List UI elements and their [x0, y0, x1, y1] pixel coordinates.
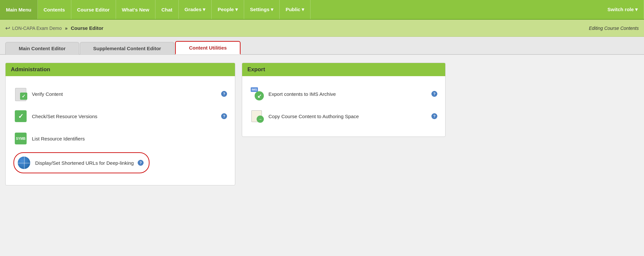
globe-icon	[18, 157, 30, 169]
symb-icon: SYMB	[15, 133, 27, 144]
verify-content-item[interactable]: ✓ Verify Content ?	[11, 83, 230, 105]
nav-course-editor[interactable]: Course Editor	[71, 0, 116, 19]
display-shortened-urls-wrapper: Display/Set Shortened URLs for Deep-link…	[11, 150, 230, 176]
verify-content-help-icon[interactable]: ?	[221, 91, 227, 97]
nav-chat[interactable]: Chat	[155, 0, 178, 19]
nav-settings[interactable]: Settings ▾	[244, 0, 280, 19]
copy-course-content-icon: →	[250, 109, 264, 123]
nav-grades[interactable]: Grades ▾	[179, 0, 212, 19]
breadcrumb-bar: ↩ LON-CAPA Exam Demo » Course Editor Edi…	[0, 20, 644, 37]
top-navigation: Main Menu Contents Course Editor What's …	[0, 0, 644, 20]
display-shortened-urls-label[interactable]: Display/Set Shortened URLs for Deep-link…	[35, 160, 134, 166]
verify-content-icon: ✓	[13, 87, 28, 101]
check-resource-versions-label: Check/Set Resource Versions	[32, 114, 217, 119]
list-resource-identifiers-icon: SYMB	[13, 131, 28, 146]
export-ims-label: Export contents to IMS Archive	[268, 91, 427, 97]
nav-switch-role[interactable]: Switch role ▾	[602, 0, 644, 19]
breadcrumb-status: Editing Course Contents	[589, 26, 639, 31]
breadcrumb-home[interactable]: LON-CAPA Exam Demo	[12, 26, 62, 31]
breadcrumb-separator: »	[65, 26, 68, 31]
export-ims-icon: IMS ↙	[250, 87, 264, 101]
breadcrumb: ↩ LON-CAPA Exam Demo » Course Editor	[5, 25, 104, 32]
export-header: Export	[242, 63, 445, 76]
copy-course-content-item[interactable]: → Copy Course Content to Authoring Space…	[247, 105, 440, 127]
display-shortened-urls-icon	[17, 156, 31, 170]
administration-header: Administration	[6, 63, 235, 76]
copy-course-content-help-icon[interactable]: ?	[431, 113, 437, 119]
verify-content-label: Verify Content	[32, 91, 217, 97]
export-body: IMS ↙ Export contents to IMS Archive ? →…	[242, 76, 445, 137]
copy-course-content-label: Copy Course Content to Authoring Space	[268, 114, 427, 119]
tab-supplemental-content-editor[interactable]: Supplemental Content Editor	[80, 42, 175, 54]
export-ims-item[interactable]: IMS ↙ Export contents to IMS Archive ?	[247, 83, 440, 105]
check-resource-versions-icon: ✓	[13, 109, 28, 123]
tabs-bar: Main Content Editor Supplemental Content…	[0, 37, 644, 55]
green-check-icon: ✓	[15, 110, 27, 122]
check-resource-versions-help-icon[interactable]: ?	[221, 113, 227, 119]
display-shortened-urls-help-icon[interactable]: ?	[138, 160, 144, 166]
copy-arrow-icon: →	[257, 116, 264, 123]
nav-main-menu[interactable]: Main Menu	[0, 0, 38, 19]
tab-content-utilities[interactable]: Content Utilities	[175, 41, 241, 54]
nav-public[interactable]: Public ▾	[280, 0, 310, 19]
list-resource-identifiers-label: List Resource Identifiers	[32, 136, 227, 141]
nav-whats-new[interactable]: What's New	[116, 0, 156, 19]
export-ims-help-icon[interactable]: ?	[431, 91, 437, 97]
list-resource-identifiers-item[interactable]: SYMB List Resource Identifiers	[11, 127, 230, 150]
nav-people[interactable]: People ▾	[212, 0, 244, 19]
main-content: Administration ✓ Verify Content ? ✓ Chec…	[0, 55, 644, 256]
verify-check-icon: ✓	[20, 93, 27, 100]
administration-card: Administration ✓ Verify Content ? ✓ Chec…	[5, 63, 235, 185]
tab-main-content-editor[interactable]: Main Content Editor	[5, 42, 79, 54]
export-card: Export IMS ↙ Export contents to IMS Arch…	[242, 63, 446, 137]
nav-contents[interactable]: Contents	[38, 0, 71, 19]
breadcrumb-current: Course Editor	[71, 25, 103, 31]
check-resource-versions-item[interactable]: ✓ Check/Set Resource Versions ?	[11, 105, 230, 127]
back-icon: ↩	[5, 25, 10, 32]
ims-arrow-icon: ↙	[255, 91, 264, 100]
display-shortened-urls-oval: Display/Set Shortened URLs for Deep-link…	[13, 152, 150, 173]
administration-body: ✓ Verify Content ? ✓ Check/Set Resource …	[6, 76, 235, 185]
